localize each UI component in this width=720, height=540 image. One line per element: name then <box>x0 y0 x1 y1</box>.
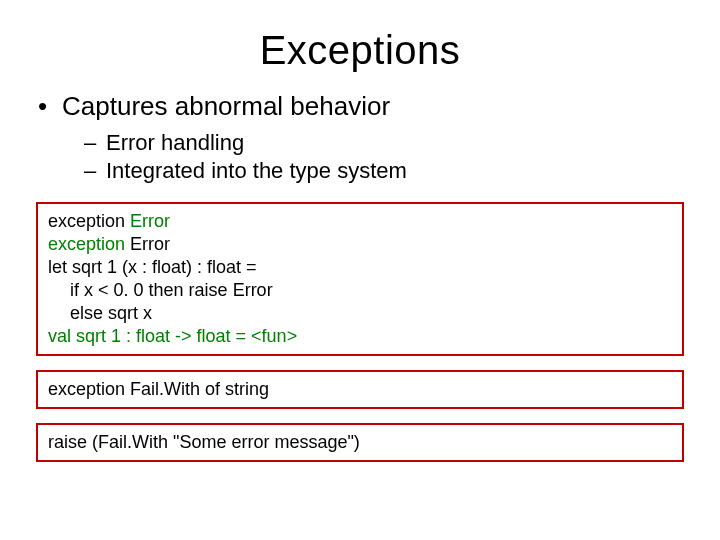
code-line: exception Fail.With of string <box>48 378 672 401</box>
indent: else sqrt x <box>48 302 152 325</box>
kw-exception: exception <box>48 234 125 254</box>
code-text: sqrt x <box>108 303 152 323</box>
type-string: string <box>225 379 269 399</box>
code-line: exception Error <box>48 210 672 233</box>
code-text: (Fail.With "Some error message") <box>92 432 360 452</box>
code-line: raise (Fail.With "Some error message") <box>48 431 672 454</box>
kw-then-raise: then raise <box>149 280 233 300</box>
bullet-level2-b: Integrated into the type system <box>36 158 684 184</box>
code-line: else sqrt x <box>48 302 672 325</box>
code-box-3: raise (Fail.With "Some error message") <box>36 423 684 462</box>
kw-exception: exception <box>48 379 130 399</box>
kw-else: else <box>70 303 108 323</box>
code-line: if x < 0. 0 then raise Error <box>48 279 672 302</box>
kw-let: let <box>48 257 72 277</box>
kw-raise: raise <box>48 432 92 452</box>
kw-exception: exception <box>48 211 125 231</box>
indent: if x < 0. 0 then raise Error <box>48 279 273 302</box>
bullet-level1: Captures abnormal behavior <box>36 91 684 122</box>
id-error: Error <box>233 280 273 300</box>
kw-of: of <box>205 379 225 399</box>
id-error: Error <box>125 211 170 231</box>
code-line: exception Error <box>48 233 672 256</box>
code-text: sqrt 1 (x : float) : float = <box>72 257 257 277</box>
id-error: Error <box>125 234 170 254</box>
code-box-2: exception Fail.With of string <box>36 370 684 409</box>
id-failwith: Fail.With <box>130 379 205 399</box>
slide: Exceptions Captures abnormal behavior Er… <box>0 0 720 540</box>
code-box-1: exception Error exception Error let sqrt… <box>36 202 684 356</box>
code-line: val sqrt 1 : float -> float = <fun> <box>48 325 672 348</box>
code-text: x < 0. 0 <box>84 280 149 300</box>
slide-title: Exceptions <box>36 28 684 73</box>
val-line: val sqrt 1 : float -> float = <fun> <box>48 326 297 346</box>
code-boxes: exception Error exception Error let sqrt… <box>36 202 684 462</box>
code-line: let sqrt 1 (x : float) : float = <box>48 256 672 279</box>
kw-if: if <box>70 280 84 300</box>
bullet-level2-a: Error handling <box>36 130 684 156</box>
